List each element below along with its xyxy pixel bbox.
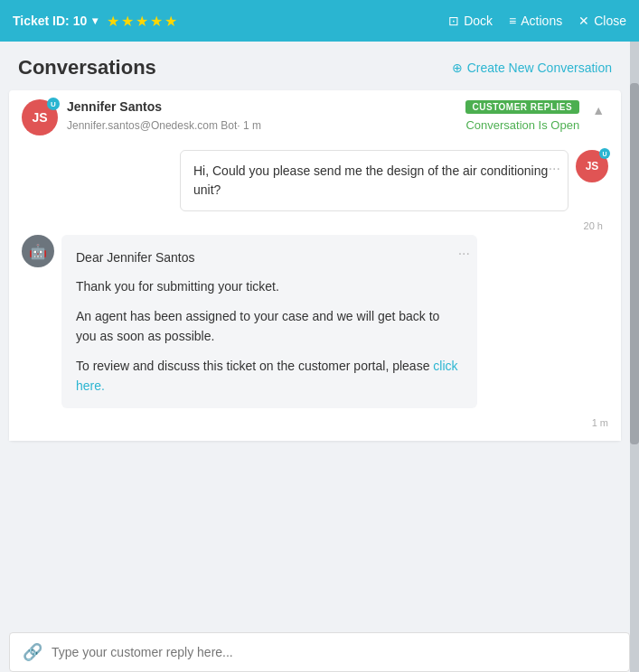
bot-icon: 🤖 <box>29 243 47 260</box>
create-new-conversation-button[interactable]: ⊕ Create New Conversation <box>452 61 612 75</box>
reply-input[interactable] <box>52 645 616 659</box>
close-button[interactable]: ✕ Close <box>578 14 626 28</box>
close-label: Close <box>594 14 626 28</box>
header-actions: ⊡ Dock ≡ Actions ✕ Close <box>448 14 626 28</box>
star-5[interactable]: ★ <box>164 13 177 30</box>
actions-label: Actions <box>521 14 562 28</box>
bot-para1: Thank you for submitting your ticket. <box>76 276 463 296</box>
collapse-button[interactable]: ▲ <box>588 99 608 121</box>
scrollbar[interactable] <box>630 42 639 672</box>
ticket-id[interactable]: Ticket ID: 10 ▾ <box>13 14 98 28</box>
actions-lines-icon: ≡ <box>509 14 516 28</box>
customer-message-timestamp: 20 h <box>22 219 608 235</box>
avatar: JS U <box>22 99 58 135</box>
conv-email: Jennifer.santos@Onedesk.com Bot <box>67 119 237 132</box>
conversations-title: Conversations <box>18 56 156 79</box>
bot-message-timestamp: 1 m <box>22 415 608 432</box>
avatar-initials: JS <box>32 110 47 125</box>
conversation-status: Conversation Is Open <box>465 118 579 132</box>
bot-dots-icon[interactable]: ··· <box>458 242 470 266</box>
star-rating[interactable]: ★ ★ ★ ★ ★ <box>107 13 177 30</box>
messages-area: ··· Hi, Could you please send me the des… <box>9 141 621 441</box>
bot-para3-before: To review and discuss this ticket on the… <box>76 359 433 373</box>
bot-avatar: 🤖 <box>22 235 54 267</box>
actions-button[interactable]: ≡ Actions <box>509 14 562 28</box>
conv-time: · 1 m <box>237 119 261 132</box>
star-2[interactable]: ★ <box>121 13 134 30</box>
ticket-id-label: Ticket ID: 10 <box>13 14 87 28</box>
customer-message-avatar: JS U <box>576 150 608 182</box>
customer-bubble: ··· Hi, Could you please send me the des… <box>180 150 569 211</box>
customer-message-text: Hi, Could you please send me the design … <box>193 163 548 197</box>
star-1[interactable]: ★ <box>107 13 119 30</box>
conv-sub-info: Jennifer.santos@Onedesk.com Bot· 1 m <box>67 119 261 132</box>
dock-icon: ⊡ <box>448 14 459 28</box>
customer-message: ··· Hi, Could you please send me the des… <box>22 150 608 211</box>
customer-name: Jennifer Santos <box>67 99 162 114</box>
star-3[interactable]: ★ <box>136 13 148 30</box>
bot-para2: An agent has been assigned to your case … <box>76 306 463 347</box>
customer-replies-badge: CUSTOMER REPLIES <box>465 100 580 114</box>
bot-bubble: ··· Dear Jennifer Santos Thank you for s… <box>61 235 477 408</box>
bot-para3: To review and discuss this ticket on the… <box>76 356 463 397</box>
reply-bar: 🔗 <box>9 632 630 672</box>
bot-message: 🤖 ··· Dear Jennifer Santos Thank you for… <box>22 235 608 408</box>
chevron-down-icon[interactable]: ▾ <box>92 14 98 27</box>
message-dots-icon[interactable]: ··· <box>549 158 560 180</box>
conversations-header: Conversations ⊕ Create New Conversation <box>0 42 630 90</box>
scrollbar-thumb[interactable] <box>630 83 639 444</box>
main-content: Conversations ⊕ Create New Conversation … <box>0 42 639 672</box>
dock-label: Dock <box>464 14 493 28</box>
customer-avatar-badge: U <box>599 148 610 159</box>
bot-greeting: Dear Jennifer Santos <box>76 247 463 267</box>
dock-button[interactable]: ⊡ Dock <box>448 14 493 28</box>
conversation-card: JS U Jennifer Santos CUSTOMER REPLIES Je… <box>9 90 621 441</box>
close-icon: ✕ <box>578 14 589 28</box>
plus-circle-icon: ⊕ <box>452 61 463 75</box>
avatar-badge-icon: U <box>47 98 60 110</box>
customer-avatar-initials: JS <box>586 160 599 173</box>
attachment-icon[interactable]: 🔗 <box>23 642 42 662</box>
star-4[interactable]: ★ <box>150 13 163 30</box>
app-header: Ticket ID: 10 ▾ ★ ★ ★ ★ ★ ⊡ Dock ≡ Actio… <box>0 0 639 42</box>
create-new-label: Create New Conversation <box>467 61 612 75</box>
